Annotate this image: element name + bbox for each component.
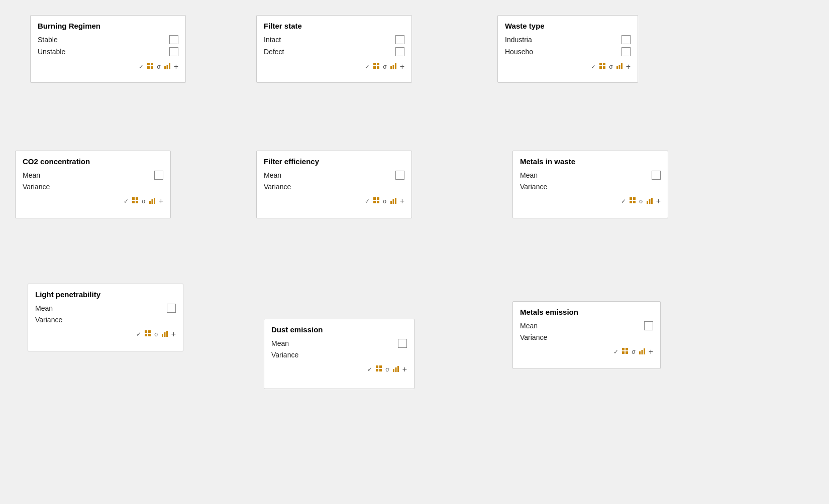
card-row-waste-type-1: Househo [505,47,631,56]
card-label-filter-state-1: Defect [264,48,284,56]
bar-chart-icon[interactable] [646,197,653,206]
plus-icon[interactable]: + [656,197,661,206]
bar-chart-icon[interactable] [164,62,171,71]
card-title-dust-emission: Dust emission [271,325,407,334]
card-row-light-penetrability-1: Variance [35,316,176,324]
svg-rect-59 [626,351,628,354]
svg-rect-37 [630,201,632,203]
svg-rect-43 [148,330,151,333]
svg-rect-53 [393,369,394,372]
sigma-icon[interactable]: σ [639,198,643,205]
svg-rect-55 [397,366,399,372]
check-icon[interactable]: ✓ [136,331,141,338]
plus-icon[interactable]: + [400,62,404,71]
check-icon[interactable]: ✓ [365,63,370,70]
svg-rect-23 [132,201,135,203]
svg-rect-0 [147,63,150,65]
svg-rect-24 [136,201,138,203]
plus-icon[interactable]: + [402,365,407,374]
card-row-dust-emission-1: Variance [271,351,407,359]
checkbox-burning-regimen-0[interactable] [169,35,178,44]
sigma-icon[interactable]: σ [632,348,635,355]
plus-icon[interactable]: + [626,62,631,71]
svg-rect-62 [644,348,645,354]
checkbox-light-penetrability-0[interactable] [167,304,176,313]
check-icon[interactable]: ✓ [613,348,618,355]
hash-icon[interactable] [147,62,154,71]
svg-rect-56 [622,348,625,350]
card-filter-efficiency: Filter efficiencyMeanVariance✓ σ + [256,151,412,218]
card-row-metals-emission-1: Variance [520,333,653,341]
bar-chart-icon[interactable] [390,197,397,206]
svg-rect-9 [373,66,376,69]
checkbox-dust-emission-0[interactable] [398,339,407,348]
hash-icon[interactable] [629,197,636,206]
check-icon[interactable]: ✓ [591,63,596,70]
svg-rect-44 [145,334,147,336]
card-light-penetrability: Light penetrabilityMeanVariance✓ σ + [28,284,183,351]
checkbox-waste-type-1[interactable] [621,47,631,56]
bar-chart-icon[interactable] [639,347,646,356]
svg-rect-10 [377,66,379,69]
svg-rect-28 [373,197,376,200]
checkbox-co2-concentration-0[interactable] [154,171,163,180]
card-label-metals-emission-1: Variance [520,333,547,341]
bar-chart-icon[interactable] [149,197,156,206]
sigma-icon[interactable]: σ [142,198,145,205]
hash-icon[interactable] [599,62,606,71]
hash-icon[interactable] [144,330,151,339]
bar-chart-icon[interactable] [392,365,399,374]
hash-icon[interactable] [621,347,629,356]
checkbox-filter-state-0[interactable] [395,35,404,44]
plus-icon[interactable]: + [159,197,163,206]
svg-rect-51 [376,369,378,371]
checkbox-filter-efficiency-0[interactable] [395,171,404,180]
checkbox-metals-emission-0[interactable] [644,321,653,330]
checkbox-filter-state-1[interactable] [395,47,404,56]
card-footer-filter-efficiency: ✓ σ + [264,195,404,206]
sigma-icon[interactable]: σ [385,366,389,373]
sigma-icon[interactable]: σ [609,63,612,70]
svg-rect-18 [616,66,618,69]
plus-icon[interactable]: + [400,197,404,206]
svg-rect-48 [166,331,168,337]
check-icon[interactable]: ✓ [124,198,129,205]
bar-chart-icon[interactable] [390,62,397,71]
svg-rect-57 [626,348,628,350]
card-label-burning-regimen-1: Unstable [38,48,65,56]
svg-rect-5 [166,65,168,69]
svg-rect-14 [599,63,602,65]
checkbox-burning-regimen-1[interactable] [169,47,178,56]
check-icon[interactable]: ✓ [365,198,370,205]
hash-icon[interactable] [373,62,380,71]
sigma-icon[interactable]: σ [383,198,386,205]
plus-icon[interactable]: + [171,330,176,339]
check-icon[interactable]: ✓ [367,366,372,373]
check-icon[interactable]: ✓ [139,63,144,70]
svg-rect-11 [390,66,392,69]
card-filter-state: Filter stateIntactDefect✓ σ + [256,15,412,83]
svg-rect-25 [149,201,151,204]
svg-rect-26 [151,199,153,204]
bar-chart-icon[interactable] [161,330,168,339]
checkbox-metals-in-waste-0[interactable] [652,171,661,180]
svg-rect-42 [145,330,147,333]
sigma-icon[interactable]: σ [154,331,158,338]
bar-chart-icon[interactable] [616,62,623,71]
sigma-icon[interactable]: σ [383,63,386,70]
checkbox-waste-type-0[interactable] [621,35,631,44]
svg-rect-38 [633,201,636,203]
plus-icon[interactable]: + [174,62,178,71]
card-title-filter-state: Filter state [264,22,404,30]
svg-rect-7 [373,63,376,65]
hash-icon[interactable] [373,197,380,206]
hash-icon[interactable] [132,197,139,206]
svg-rect-49 [376,365,378,368]
plus-icon[interactable]: + [649,347,653,356]
card-label-filter-efficiency-0: Mean [264,171,281,179]
hash-icon[interactable] [375,365,382,374]
svg-rect-47 [164,332,165,337]
card-label-light-penetrability-0: Mean [35,304,53,312]
sigma-icon[interactable]: σ [157,63,160,70]
check-icon[interactable]: ✓ [621,198,626,205]
